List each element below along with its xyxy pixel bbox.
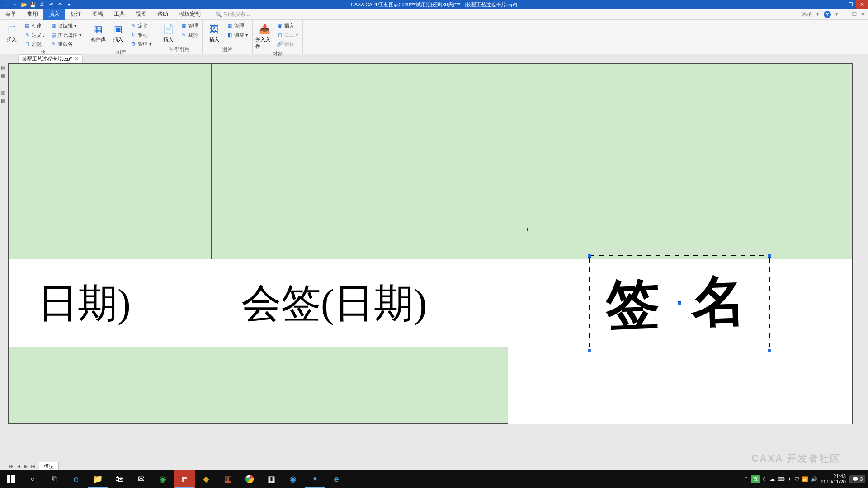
taskbar-app-ie[interactable]: e	[326, 470, 347, 488]
style-label[interactable]: 风格	[802, 11, 812, 18]
tray-volume-icon[interactable]: 🔊	[811, 476, 817, 482]
grip-top-right[interactable]	[768, 254, 771, 258]
ribbon-button-插入[interactable]: 📄插入	[159, 21, 177, 43]
tab-template[interactable]: 模板定制	[174, 9, 206, 20]
selection-box[interactable]	[589, 255, 770, 351]
window-controls: — ☐ ✕	[833, 0, 868, 9]
ribbon-button-裁剪[interactable]: ✂裁剪	[179, 31, 199, 39]
taskbar-app-store[interactable]: 🛍	[108, 470, 130, 488]
left-tool-1[interactable]: ▤	[1, 65, 7, 71]
tray-expand-icon[interactable]: ˄	[745, 476, 748, 482]
ribbon-button-构件库[interactable]: ▦构件库	[89, 21, 107, 43]
maximize-button[interactable]: ☐	[844, 0, 856, 9]
grip-center[interactable]	[678, 301, 681, 305]
clock-date: 2019/11/20	[821, 479, 846, 484]
taskview-button[interactable]: ⧉	[43, 470, 65, 488]
print-icon[interactable]: 🖶	[39, 1, 45, 8]
canvas-area[interactable]: 日期) 会签(日期) 签 名	[8, 63, 868, 462]
taskbar-app-360[interactable]: ◉	[152, 470, 174, 488]
left-tool-4[interactable]: ▧	[1, 99, 7, 105]
minimize-button[interactable]: —	[833, 0, 844, 9]
ribbon-button-管理[interactable]: ▦管理	[179, 22, 199, 30]
undo-icon[interactable]: ↶	[48, 1, 54, 8]
tab-help[interactable]: 帮助	[152, 9, 174, 20]
tray-security-icon[interactable]: 🛡	[794, 476, 799, 482]
tab-common[interactable]: 常用	[22, 9, 43, 20]
ribbon-button-插入[interactable]: ▣插入	[109, 21, 127, 43]
ribbon-big-icon: 📥	[258, 23, 271, 35]
ribbon-button-插入[interactable]: ▣插入	[275, 22, 300, 30]
ribbon-small-icon: ✂	[180, 32, 187, 38]
document-tab-close-icon[interactable]: ✕	[75, 56, 79, 62]
ribbon-button-扩充属性 ▾[interactable]: ▤扩充属性 ▾	[49, 31, 83, 39]
ribbon-button-重命名[interactable]: ✎重命名	[49, 40, 83, 48]
notification-button[interactable]: 💬 3	[849, 475, 865, 483]
tray-weather-icon[interactable]: ☁	[770, 476, 775, 482]
tab-tools[interactable]: 工具	[108, 9, 130, 20]
tab-view[interactable]: 视图	[130, 9, 152, 20]
ribbon-button-驱动[interactable]: ↻驱动	[129, 31, 153, 39]
tab-nav-first[interactable]: ⏮	[8, 463, 14, 469]
cortana-button[interactable]: ○	[22, 470, 43, 488]
tray-moon-icon[interactable]: ☾	[763, 476, 767, 482]
ribbon-button-管理[interactable]: ▦管理	[225, 22, 250, 30]
taskbar-app-edge-legacy[interactable]: e	[65, 470, 87, 488]
new-icon[interactable]: ▫	[12, 1, 18, 8]
tab-nav-last[interactable]: ⏭	[30, 463, 36, 469]
ribbon-button-插入[interactable]: 🖼插入	[205, 21, 223, 43]
ribbon-button-消隐[interactable]: ◻消隐	[23, 40, 47, 48]
help-dropdown-icon[interactable]: ▾	[835, 11, 838, 17]
tray-keyboard-icon[interactable]: ⌨	[778, 476, 785, 482]
ime-indicator[interactable]: 五	[751, 475, 760, 483]
taskbar-app-chrome[interactable]	[239, 470, 260, 488]
doc-restore-icon[interactable]: ❐	[852, 11, 857, 17]
ribbon-button-定义...[interactable]: ✎定义...	[23, 31, 47, 39]
ribbon-button-定义[interactable]: ✎定义	[129, 22, 153, 30]
grip-bottom-left[interactable]	[588, 349, 591, 352]
left-tool-2[interactable]: ▦	[1, 73, 7, 80]
tab-sheet[interactable]: 图幅	[87, 9, 108, 20]
function-search[interactable]: 🔍 功能搜索...	[215, 10, 250, 18]
doc-close-icon[interactable]: ✕	[861, 11, 865, 17]
qa-dropdown-icon[interactable]: ▾	[66, 1, 72, 8]
vertical-scrollbar[interactable]	[861, 63, 868, 462]
grip-top-left[interactable]	[588, 254, 591, 258]
tab-nav-next[interactable]: ▶	[23, 463, 29, 469]
style-dropdown-icon[interactable]: ▾	[816, 11, 819, 17]
redo-icon[interactable]: ↷	[57, 1, 63, 8]
app-icon: ◆	[3, 1, 9, 8]
left-tool-3[interactable]: ▥	[1, 90, 7, 97]
ribbon-group-3: 🖼插入▦管理◧调整 ▾图片	[203, 20, 253, 54]
ribbon-button-管理 ▾[interactable]: ⚙管理 ▾	[129, 40, 153, 48]
model-tab[interactable]: 模型	[39, 462, 59, 470]
document-tab[interactable]: 装配工艺过程卡片.txp* ✕	[18, 54, 83, 63]
close-button[interactable]: ✕	[856, 0, 868, 9]
tray-app-icon[interactable]: ✦	[788, 476, 792, 482]
open-icon[interactable]: 📂	[21, 1, 27, 8]
tab-annotate[interactable]: 标注	[65, 9, 87, 20]
help-icon[interactable]: ?	[824, 11, 831, 18]
save-icon[interactable]: 💾	[30, 1, 36, 8]
taskbar-app-edge[interactable]: ◉	[282, 470, 304, 488]
tab-nav-prev[interactable]: ◀	[15, 463, 22, 469]
grip-bottom-right[interactable]	[768, 349, 771, 352]
start-button[interactable]	[0, 470, 22, 488]
ribbon-button-插入[interactable]: ⬚插入	[3, 21, 21, 43]
taskbar-app-caxa[interactable]: ✦	[304, 470, 326, 488]
ribbon-button-并入文件[interactable]: 📥并入文件	[255, 21, 274, 50]
taskbar-app-misc1[interactable]: ▦	[217, 470, 239, 488]
canvas[interactable]: 日期) 会签(日期) 签 名	[8, 63, 868, 462]
taskbar-app-explorer[interactable]: 📁	[87, 470, 108, 488]
taskbar-clock[interactable]: 21:43 2019/11/20	[821, 474, 846, 484]
taskbar-app-cad[interactable]: ◆	[195, 470, 217, 488]
ribbon-button-创建[interactable]: ▦创建	[23, 22, 47, 30]
taskbar-app-pdf[interactable]: ▦	[174, 470, 195, 488]
ribbon-button-调整 ▾[interactable]: ◧调整 ▾	[225, 31, 250, 39]
taskbar-app-mail[interactable]: ✉	[130, 470, 152, 488]
doc-minimize-icon[interactable]: —	[843, 12, 848, 17]
tab-menu[interactable]: 菜单	[0, 9, 22, 20]
taskbar-app-calculator[interactable]: ▦	[260, 470, 282, 488]
tab-insert[interactable]: 插入	[43, 9, 65, 20]
ribbon-button-块编辑 ▾[interactable]: ▦块编辑 ▾	[49, 22, 83, 30]
tray-network-icon[interactable]: 📶	[802, 476, 808, 482]
